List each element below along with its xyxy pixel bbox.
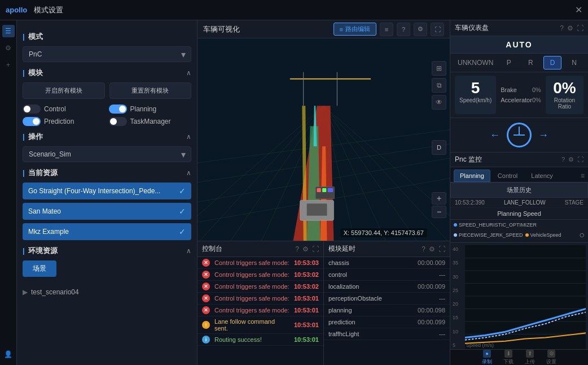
route-edit-button[interactable]: ≡ 路由编辑	[334, 23, 376, 36]
log-time-2: 10:53:02	[294, 283, 319, 290]
history-button[interactable]: 场景历史	[450, 182, 588, 198]
gear-n[interactable]: N	[565, 56, 583, 69]
toolbar-record-btn[interactable]: ● 录制	[482, 350, 492, 366]
y-label-6: 10	[453, 329, 465, 334]
resource-item-0[interactable]: Go Straight (Four-Way Intersection)_Pede…	[23, 182, 191, 199]
planning-toggle[interactable]	[109, 105, 127, 114]
module-planning: Planning	[109, 105, 192, 114]
sidebar-item-add[interactable]: +	[2, 59, 15, 71]
prediction-label: Prediction	[44, 118, 74, 125]
legend-dot-0	[454, 223, 457, 227]
viz-settings-icon[interactable]: ⚙	[414, 23, 427, 36]
reset-all-button[interactable]: 重置所有模块	[109, 82, 192, 99]
y-label-4: 20	[453, 301, 465, 307]
pnc-expand-icon[interactable]: ⛶	[577, 156, 583, 163]
console-settings-icon[interactable]: ⚙	[302, 245, 309, 253]
sidebar-item-user[interactable]: 👤	[2, 348, 15, 360]
tab-planning[interactable]: Planning	[454, 170, 490, 182]
center-panel: 车辆可视化 ≡ 路由编辑 ≡ ? ⚙ ⛶	[198, 20, 450, 365]
dashboard-settings-icon[interactable]: ⚙	[567, 24, 573, 32]
env-chevron[interactable]: ∧	[186, 247, 191, 255]
dashboard-title: 车辆仪表盘	[455, 23, 489, 33]
resource-item-1[interactable]: San Mateo ✓	[23, 203, 191, 220]
latency-row-3: perceptionObstacle —	[324, 293, 450, 305]
viz-fullscreen-icon[interactable]: ⛶	[431, 23, 444, 36]
resource-chevron[interactable]: ∧	[186, 169, 191, 177]
gear-r[interactable]: R	[521, 56, 540, 69]
auto-badge: AUTO	[450, 36, 588, 54]
chart-refresh-icon[interactable]: ○	[579, 230, 585, 240]
speed-unit: Speed(km/h)	[459, 97, 492, 103]
viz-d-button[interactable]: D	[432, 140, 446, 155]
steer-right-arrow[interactable]: →	[538, 129, 548, 141]
taskmanager-toggle[interactable]	[109, 117, 127, 126]
dashboard-question-icon[interactable]: ?	[560, 24, 564, 32]
viz-layer-btn[interactable]: ⊞	[432, 61, 446, 76]
env-scene-button[interactable]: 场景	[23, 260, 56, 277]
y-axis: 40 35 30 25 20 15 10 5	[453, 245, 465, 349]
log-time-5: 10:53:01	[294, 321, 319, 328]
module-buttons: 开启所有模块 重置所有模块	[23, 82, 191, 99]
console-question-icon[interactable]: ?	[295, 245, 299, 253]
record-label: 录制	[482, 358, 492, 366]
resource-item-2[interactable]: Mkz Example ✓	[23, 223, 191, 240]
chart-title: Planning Speed	[450, 208, 588, 220]
sidebar-item-menu[interactable]: ☰	[2, 25, 15, 37]
control-toggle[interactable]	[23, 105, 41, 114]
svg-rect-25	[328, 188, 334, 192]
y-label-7: 5	[453, 342, 465, 348]
resource-check-0: ✓	[179, 186, 186, 195]
log-row-0: ✕ Control triggers safe mode: 10:53:03	[198, 257, 323, 269]
dashboard-expand-icon[interactable]: ⛶	[577, 24, 583, 32]
zoom-in-button[interactable]: +	[432, 192, 446, 205]
prediction-toggle[interactable]	[23, 117, 41, 126]
latency-icons: ? ⚙ ⛶	[422, 245, 445, 253]
scenario-name: test_scenario04	[31, 288, 79, 296]
pnc-question-icon[interactable]: ?	[561, 156, 565, 163]
toolbar-settings-btn[interactable]: ⚙ 设置	[546, 350, 556, 366]
scenario-arrow: ▶	[23, 288, 28, 296]
toolbar-upload-btn[interactable]: ⬆ 上传	[525, 350, 535, 366]
hist-stage: STAGE	[565, 199, 583, 206]
operation-chevron[interactable]: ∧	[186, 133, 191, 141]
open-all-button[interactable]: 开启所有模块	[23, 82, 105, 99]
viz-question-icon[interactable]: ?	[397, 23, 410, 36]
gear-p[interactable]: P	[499, 56, 518, 69]
operation-section-header: 操作 ∧	[23, 132, 191, 142]
gear-d[interactable]: D	[543, 56, 562, 69]
log-icon-4: ✕	[202, 306, 210, 314]
steering-area: ← →	[450, 118, 588, 153]
log-row-1: ✕ Control triggers safe mode: 10:53:02	[198, 269, 323, 281]
viz-copy-btn[interactable]: ⧉	[432, 78, 446, 93]
mode-select[interactable]: PnC	[23, 46, 191, 62]
legend-dot-2	[525, 233, 529, 237]
console-expand-icon[interactable]: ⛶	[312, 245, 319, 253]
pnc-settings-icon[interactable]: ⚙	[568, 156, 574, 163]
steer-left-arrow[interactable]: ←	[490, 129, 500, 141]
tab-latency[interactable]: Latency	[525, 170, 559, 182]
latency-expand-icon[interactable]: ⛶	[438, 245, 445, 253]
sidebar-item-settings[interactable]: ⚙	[2, 42, 15, 54]
viz-eye-btn[interactable]: 👁	[432, 95, 446, 110]
latency-row-5: prediction 00:00.099	[324, 316, 450, 328]
operation-select[interactable]: Scenario_Sim	[23, 146, 191, 162]
pnc-filter-icon[interactable]: ≡	[581, 172, 585, 180]
latency-question-icon[interactable]: ?	[422, 245, 425, 253]
zoom-out-button[interactable]: −	[432, 206, 446, 218]
close-button[interactable]: ✕	[575, 5, 582, 15]
zoom-buttons: + −	[432, 192, 446, 218]
brake-val: 0%	[532, 86, 541, 93]
legend-label-1: PIECEWISE_JERK_SPEED	[459, 232, 523, 238]
module-chevron[interactable]: ∧	[186, 69, 191, 77]
log-time-1: 10:53:02	[294, 271, 319, 278]
icon-bar: ☰ ⚙ + 👤	[0, 20, 17, 365]
scenario-item: ▶ test_scenario04	[23, 286, 191, 298]
planning-label: Planning	[130, 105, 157, 113]
tab-control[interactable]: Control	[492, 170, 524, 182]
latency-settings-icon[interactable]: ⚙	[429, 245, 435, 253]
viz-extra-button[interactable]: ≡	[380, 23, 393, 36]
log-msg-3: Control triggers safe mode:	[214, 295, 289, 302]
operation-select-wrapper: Scenario_Sim	[23, 146, 191, 162]
gear-unknown[interactable]: UNKNOWN	[455, 56, 496, 69]
toolbar-download-btn[interactable]: ⬇ 下载	[503, 350, 514, 366]
